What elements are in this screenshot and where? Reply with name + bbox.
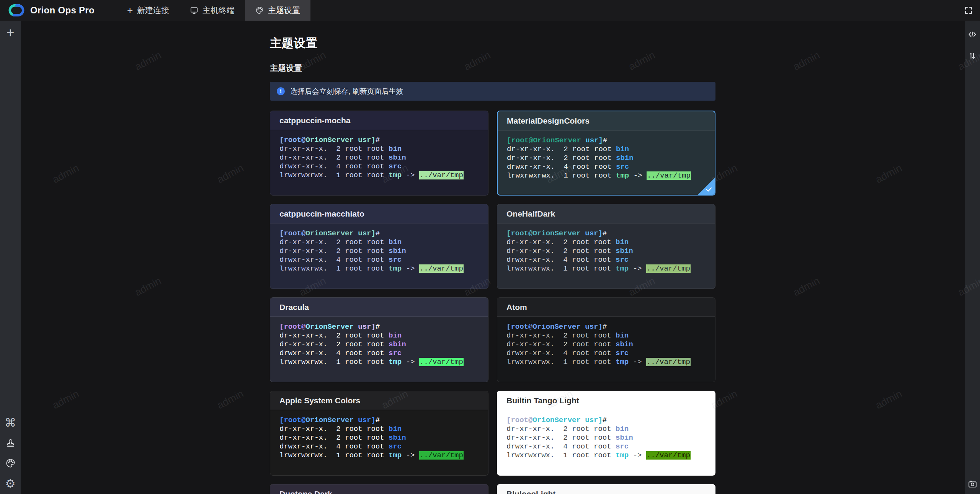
- tab-host-terminal[interactable]: 主机终端: [180, 0, 245, 21]
- main-content: 主题设置 主题设置 i 选择后会立刻保存, 刷新页面后生效 catppuccin…: [21, 21, 965, 494]
- theme-card-preview: [root@OrionServer usr]#dr-xr-xr-x. 2 roo…: [270, 317, 488, 367]
- check-icon: [705, 186, 713, 193]
- theme-card-preview: [root@OrionServer usr]#dr-xr-xr-x. 2 roo…: [270, 223, 488, 273]
- theme-name: Duotone Dark: [279, 489, 332, 494]
- theme-card-header: Atom: [497, 298, 715, 317]
- stamp-icon[interactable]: [5, 438, 16, 448]
- theme-name: catppuccin-macchiato: [279, 209, 364, 218]
- info-alert: i 选择后会立刻保存, 刷新页面后生效: [270, 82, 715, 101]
- theme-card[interactable]: Builtin Tango Light [root@OrionServer us…: [497, 391, 715, 476]
- camera-icon[interactable]: [968, 479, 977, 489]
- tab-label: 主机终端: [203, 5, 235, 16]
- theme-card[interactable]: OneHalfDark [root@OrionServer usr]#dr-xr…: [497, 204, 715, 289]
- theme-card-preview: [root@OrionServer usr]#dr-xr-xr-x. 2 roo…: [498, 130, 715, 180]
- theme-card-header: MaterialDesignColors: [498, 111, 715, 130]
- terminal-preview: [root@OrionServer usr]#dr-xr-xr-x. 2 roo…: [279, 136, 479, 180]
- topbar: Orion Ops Pro + 新建连接 主机终端 主题设置: [0, 0, 980, 21]
- terminal-preview: [root@OrionServer usr]#dr-xr-xr-x. 2 roo…: [506, 416, 706, 460]
- theme-name: catppuccin-mocha: [279, 116, 351, 125]
- terminal-preview: [root@OrionServer usr]#dr-xr-xr-x. 2 roo…: [507, 136, 706, 180]
- theme-card[interactable]: BlulocoLight [root@OrionServer usr]#dr-x…: [497, 484, 715, 494]
- tab-label: 新建连接: [137, 5, 169, 16]
- theme-card-header: BlulocoLight: [497, 484, 715, 494]
- theme-card-header: Apple System Colors: [270, 391, 488, 410]
- swap-vertical-icon[interactable]: [968, 51, 977, 60]
- theme-name: Builtin Tango Light: [506, 396, 579, 405]
- tab-label: 主题设置: [268, 5, 300, 16]
- theme-card-header: Dracula: [270, 298, 488, 317]
- theme-card-header: catppuccin-macchiato: [270, 204, 488, 223]
- palette-icon[interactable]: [5, 458, 16, 468]
- tab-theme-settings[interactable]: 主题设置: [245, 0, 310, 21]
- plus-icon: +: [127, 5, 133, 15]
- app-logo-icon: [8, 3, 25, 18]
- theme-name: OneHalfDark: [506, 209, 555, 218]
- theme-name: Atom: [506, 303, 527, 312]
- theme-card[interactable]: catppuccin-mocha [root@OrionServer usr]#…: [270, 111, 488, 196]
- brand: Orion Ops Pro: [0, 3, 106, 18]
- palette-icon: [255, 6, 264, 15]
- fullscreen-icon[interactable]: [964, 6, 973, 15]
- info-icon: i: [277, 87, 285, 95]
- left-sidebar: + ⌘ ⚙: [0, 21, 21, 494]
- theme-card-preview: [root@OrionServer usr]#dr-xr-xr-x. 2 roo…: [270, 410, 488, 460]
- theme-card-preview: [root@OrionServer usr]#dr-xr-xr-x. 2 roo…: [270, 130, 488, 180]
- theme-card-preview: [root@OrionServer usr]#dr-xr-xr-x. 2 roo…: [497, 317, 715, 367]
- theme-card[interactable]: catppuccin-macchiato [root@OrionServer u…: [270, 204, 488, 289]
- page-title: 主题设置: [270, 35, 715, 51]
- theme-card[interactable]: Atom [root@OrionServer usr]#dr-xr-xr-x. …: [497, 297, 715, 382]
- add-connection-icon[interactable]: +: [6, 26, 14, 40]
- gear-icon[interactable]: ⚙: [5, 478, 16, 489]
- theme-name: MaterialDesignColors: [507, 116, 590, 126]
- terminal-preview: [root@OrionServer usr]#dr-xr-xr-x. 2 roo…: [279, 229, 479, 273]
- theme-card-header: OneHalfDark: [497, 204, 715, 223]
- terminal-preview: [root@OrionServer usr]#dr-xr-xr-x. 2 roo…: [506, 229, 706, 273]
- theme-card[interactable]: Apple System Colors [root@OrionServer us…: [270, 391, 488, 476]
- theme-card[interactable]: Duotone Dark [root@OrionServer usr]#dr-x…: [270, 484, 488, 494]
- theme-name: Apple System Colors: [279, 396, 360, 405]
- theme-card-header: catppuccin-mocha: [270, 111, 488, 130]
- right-sidebar: [965, 21, 980, 494]
- theme-card-header: Duotone Dark: [270, 484, 488, 494]
- theme-card-header: Builtin Tango Light: [497, 391, 715, 410]
- theme-name: Dracula: [279, 303, 309, 312]
- section-title: 主题设置: [270, 63, 715, 73]
- theme-card-preview: [root@OrionServer usr]#dr-xr-xr-x. 2 roo…: [497, 410, 715, 460]
- terminal-preview: [root@OrionServer usr]#dr-xr-xr-x. 2 roo…: [506, 323, 706, 367]
- theme-card[interactable]: Dracula [root@OrionServer usr]#dr-xr-xr-…: [270, 297, 488, 382]
- code-icon[interactable]: [968, 30, 977, 39]
- theme-card[interactable]: MaterialDesignColors [root@OrionServer u…: [497, 111, 715, 196]
- app-title: Orion Ops Pro: [30, 5, 95, 16]
- terminal-preview: [root@OrionServer usr]#dr-xr-xr-x. 2 roo…: [279, 416, 479, 460]
- tab-new-connection[interactable]: + 新建连接: [117, 0, 180, 21]
- terminal-preview: [root@OrionServer usr]#dr-xr-xr-x. 2 roo…: [279, 323, 479, 367]
- command-icon[interactable]: ⌘: [5, 417, 16, 429]
- monitor-icon: [190, 6, 198, 15]
- theme-name: BlulocoLight: [506, 489, 555, 494]
- topbar-tabs: + 新建连接 主机终端 主题设置: [117, 0, 310, 21]
- theme-grid: catppuccin-mocha [root@OrionServer usr]#…: [270, 111, 715, 494]
- theme-card-preview: [root@OrionServer usr]#dr-xr-xr-x. 2 roo…: [497, 223, 715, 273]
- alert-text: 选择后会立刻保存, 刷新页面后生效: [290, 86, 403, 96]
